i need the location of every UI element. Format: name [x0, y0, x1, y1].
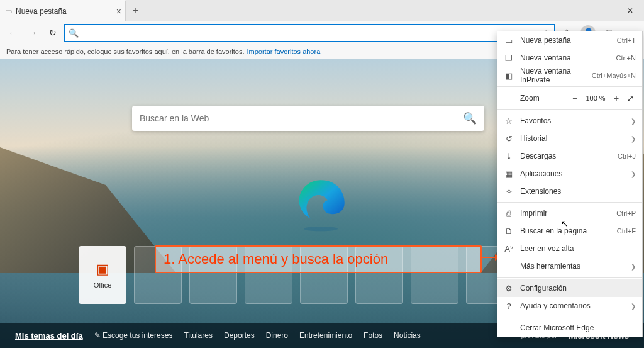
settings-menu: ▭Nueva pestañaCtrl+T❐Nueva ventanaCtrl+N…	[497, 31, 643, 337]
menu-separator	[497, 277, 642, 278]
footer-category[interactable]: Entretenimiento	[299, 331, 352, 340]
menu-separator	[497, 202, 642, 203]
maximize-button[interactable]: ☐	[587, 0, 616, 21]
menu-item-shortcut: Ctrl+N	[616, 54, 636, 62]
menu-item-icon: ❐	[504, 53, 514, 63]
annotation-arrow	[482, 257, 498, 258]
search-icon: 🔍	[69, 28, 79, 38]
footer-category[interactable]: ✎ Escoge tus intereses	[94, 331, 173, 340]
forward-button[interactable]: →	[24, 24, 42, 42]
menu-item-icon: ⭳	[504, 152, 514, 161]
minimize-button[interactable]: ─	[559, 0, 587, 21]
menu-item-shortcut: Ctrl+Mayús+N	[592, 72, 636, 79]
zoom-out-button[interactable]: −	[568, 93, 582, 103]
footer-category[interactable]: Fotos	[364, 331, 382, 340]
menu-item-label: Favoritos	[520, 116, 625, 125]
tab-favicon: ▭	[5, 7, 12, 16]
fullscreen-button[interactable]: ⤢	[623, 94, 637, 103]
menu-item-icon: ⚙	[504, 284, 514, 293]
chevron-right-icon: ❯	[631, 118, 636, 125]
menu-item-label: Configuración	[520, 284, 636, 293]
search-submit-icon[interactable]: 🔍	[463, 111, 477, 125]
footer-primary[interactable]: Mis temas del día	[15, 331, 83, 340]
edge-logo	[292, 176, 349, 232]
menu-item-icon: ⎙	[504, 209, 514, 218]
menu-item-descargas[interactable]: ⭳DescargasCtrl+J	[497, 147, 642, 165]
footer-category[interactable]: Noticias	[394, 331, 421, 340]
menu-item-label: Aplicaciones	[520, 169, 625, 178]
menu-item-label: Nueva pestaña	[520, 36, 611, 45]
browser-tab[interactable]: ▭ Nueva pestaña ×	[0, 0, 126, 21]
new-tab-button[interactable]: +	[126, 0, 146, 21]
menu-item-label: Más herramientas	[520, 262, 625, 271]
menu-item-label: Extensiones	[520, 187, 636, 196]
window-controls: ─ ☐ ✕	[559, 0, 644, 21]
menu-item-extensiones[interactable]: ✧Extensiones	[497, 182, 642, 200]
menu-item-shortcut: Ctrl+F	[617, 227, 636, 235]
menu-item-nueva-ventana-inprivate[interactable]: ◧Nueva ventana InPrivateCtrl+Mayús+N	[497, 67, 642, 84]
import-favorites-link[interactable]: Importar favoritos ahora	[247, 48, 321, 55]
titlebar-drag	[146, 0, 559, 21]
menu-item-icon: 🗋	[504, 227, 514, 236]
tab-title: Nueva pestaña	[16, 7, 67, 16]
tile-label: Office	[94, 281, 112, 289]
menu-item-label: Nueva ventana InPrivate	[520, 67, 586, 84]
footer-category[interactable]: Titulares	[184, 331, 213, 340]
menu-item-label: Historial	[520, 134, 625, 143]
menu-item-configuraci-n[interactable]: ⚙Configuración	[497, 279, 642, 297]
menu-item-cerrar-microsoft-edge[interactable]: Cerrar Microsoft Edge	[497, 319, 642, 337]
menu-item-icon: Aᵛ	[504, 244, 514, 254]
menu-item-nueva-pesta-a[interactable]: ▭Nueva pestañaCtrl+T	[497, 31, 642, 49]
menu-item-icon: ?	[504, 301, 514, 311]
menu-item-icon: ▦	[504, 169, 514, 179]
web-search-input[interactable]	[140, 113, 463, 123]
menu-item-nueva-ventana[interactable]: ❐Nueva ventanaCtrl+N	[497, 49, 642, 67]
chevron-right-icon: ❯	[631, 135, 636, 142]
menu-item-favoritos[interactable]: ☆Favoritos❯	[497, 112, 642, 130]
menu-item-buscar-en-la-p-gina[interactable]: 🗋Buscar en la páginaCtrl+F	[497, 222, 642, 240]
address-bar[interactable]: 🔍 ☆	[64, 24, 555, 42]
menu-separator	[497, 109, 642, 110]
menu-separator	[497, 317, 642, 317]
chevron-right-icon: ❯	[631, 263, 636, 270]
zoom-in-button[interactable]: +	[609, 93, 623, 103]
menu-item-ayuda-y-comentarios[interactable]: ?Ayuda y comentarios❯	[497, 297, 642, 315]
office-icon: ▣	[96, 261, 109, 278]
footer-category[interactable]: Dinero	[266, 331, 288, 340]
back-button[interactable]: ←	[4, 24, 21, 42]
chevron-right-icon: ❯	[631, 171, 636, 177]
menu-item-icon: ◧	[504, 71, 514, 81]
zoom-value: 100 %	[582, 94, 609, 102]
menu-item-shortcut: Ctrl+P	[616, 210, 636, 217]
menu-item-shortcut: Ctrl+T	[617, 36, 636, 44]
menu-item-shortcut: Ctrl+J	[618, 152, 636, 160]
zoom-label: Zoom	[502, 94, 568, 103]
menu-item-m-s-herramientas[interactable]: Más herramientas❯	[497, 257, 642, 275]
zoom-row: Zoom − 100 % + ⤢	[497, 89, 642, 108]
tab-close-icon[interactable]: ×	[116, 6, 121, 16]
menu-item-label: Ayuda y comentarios	[520, 301, 625, 310]
menu-item-label: Descargas	[520, 152, 611, 160]
annotation-text: 1. Accede al menú y busca la opción	[164, 251, 388, 267]
menu-item-label: Leer en voz alta	[520, 244, 636, 253]
refresh-button[interactable]: ↻	[44, 24, 62, 42]
menu-item-icon: ↺	[504, 134, 514, 143]
menu-item-icon: ☆	[504, 116, 514, 126]
menu-item-imprimir[interactable]: ⎙ImprimirCtrl+P	[497, 205, 642, 222]
annotation-callout: 1. Accede al menú y busca la opción	[155, 245, 482, 273]
menu-item-label: Cerrar Microsoft Edge	[520, 323, 636, 332]
titlebar: ▭ Nueva pestaña × + ─ ☐ ✕	[0, 0, 644, 21]
tile-office[interactable]: ▣ Office	[79, 246, 126, 304]
menu-item-icon: ✧	[504, 187, 514, 196]
menu-item-label: Buscar en la página	[520, 227, 611, 235]
close-window-button[interactable]: ✕	[616, 0, 644, 21]
web-search-box[interactable]: 🔍	[132, 106, 484, 131]
menu-item-label: Imprimir	[520, 209, 610, 218]
menu-item-leer-en-voz-alta[interactable]: AᵛLeer en voz alta	[497, 240, 642, 257]
menu-item-aplicaciones[interactable]: ▦Aplicaciones❯	[497, 165, 642, 182]
chevron-right-icon: ❯	[631, 303, 636, 310]
menu-item-historial[interactable]: ↺Historial❯	[497, 130, 642, 147]
address-input[interactable]	[82, 28, 538, 38]
footer-category[interactable]: Deportes	[224, 331, 255, 340]
menu-item-icon: ▭	[504, 36, 514, 45]
